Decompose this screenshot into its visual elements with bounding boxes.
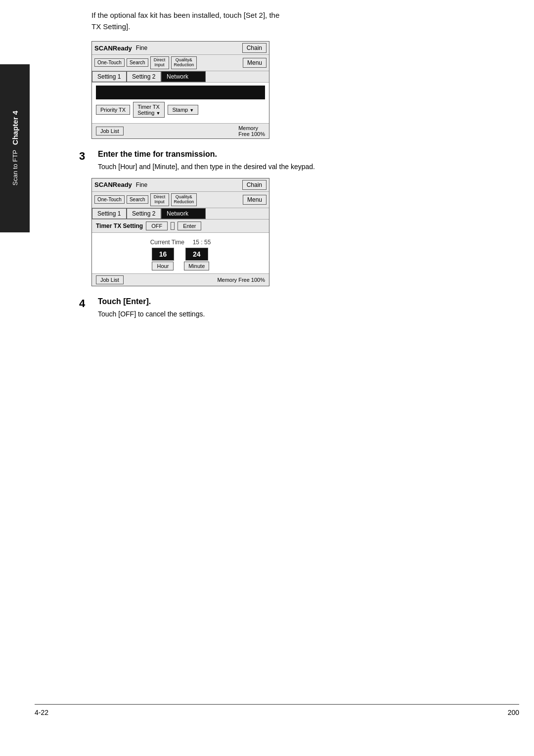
page-right: 200 <box>508 709 519 716</box>
screen1-buttons-row: Priority TX Timer TXSetting ▼ Stamp ▼ <box>96 102 265 118</box>
scan-ready-label2: SCANReady <box>94 181 132 188</box>
timer-tx-setting-button[interactable]: Timer TXSetting ▼ <box>133 102 165 118</box>
minute-value[interactable]: 24 <box>185 248 208 261</box>
quality-reduction-button[interactable]: Quality&Reduction <box>171 56 197 69</box>
memory-free-label: Memory Free 100% <box>238 125 265 137</box>
minute-group: 24 Minute <box>184 248 209 270</box>
step3-title: Enter the time for transmission. <box>98 150 315 159</box>
fine-label2: Fine <box>136 181 147 188</box>
page-footer: 4-22 200 <box>35 704 519 716</box>
step4-number: 4 <box>79 297 91 310</box>
tab-setting2-2[interactable]: Setting 2 <box>127 208 161 219</box>
screen2-tabs: Setting 1 Setting 2 Network <box>92 208 269 220</box>
step4-title: Touch [Enter]. <box>98 297 205 306</box>
step4-content: Touch [Enter]. Touch [OFF] to cancel the… <box>98 297 205 325</box>
chain-button2[interactable]: Chain <box>242 180 267 190</box>
hour-label[interactable]: Hour <box>152 262 174 270</box>
screen1-container: SCANReady Fine Chain One-Touch Search Di… <box>91 41 519 139</box>
time-inputs: 16 Hour 24 Minute <box>96 248 265 270</box>
one-touch-button2[interactable]: One-Touch <box>94 195 125 204</box>
screen1-body: Priority TX Timer TXSetting ▼ Stamp ▼ <box>92 83 269 123</box>
screen1-toolbar: One-Touch Search DirectInput Quality&Red… <box>92 55 269 71</box>
step3-block: 3 Enter the time for transmission. Touch… <box>79 150 519 178</box>
screen2-footer: Job List Memory Free 100% <box>92 273 269 286</box>
one-touch-button[interactable]: One-Touch <box>94 58 125 67</box>
screen1-tabs: Setting 1 Setting 2 Network <box>92 71 269 83</box>
intro-block: If the optional fax kit has been install… <box>91 10 519 32</box>
arrow-indicator <box>171 222 175 230</box>
job-list-button2[interactable]: Job List <box>96 275 124 284</box>
step3-desc: Touch [Hour] and [Minute], and then type… <box>98 162 315 172</box>
step3-number: 3 <box>79 150 91 163</box>
menu-button[interactable]: Menu <box>243 58 267 68</box>
step4-block: 4 Touch [Enter]. Touch [OFF] to cancel t… <box>79 297 519 325</box>
screen2-container: SCANReady Fine Chain One-Touch Search Di… <box>91 178 519 286</box>
search-button[interactable]: Search <box>127 58 148 67</box>
screen2-header: SCANReady Fine Chain <box>92 178 269 192</box>
chain-button[interactable]: Chain <box>242 43 267 53</box>
tab-network-2[interactable]: Network <box>161 208 206 219</box>
sidebar: Chapter 4 Scan to FTP <box>0 64 30 232</box>
tab-setting1[interactable]: Setting 1 <box>92 71 127 82</box>
step3-content: Enter the time for transmission. Touch [… <box>98 150 315 178</box>
enter-button[interactable]: Enter <box>178 222 201 230</box>
screen1-header-left: SCANReady Fine <box>94 44 147 52</box>
screen1: SCANReady Fine Chain One-Touch Search Di… <box>91 41 269 139</box>
minute-label[interactable]: Minute <box>184 262 209 270</box>
screen2: SCANReady Fine Chain One-Touch Search Di… <box>91 178 269 286</box>
tab-setting1-2[interactable]: Setting 1 <box>92 208 127 219</box>
direct-input-button2[interactable]: DirectInput <box>150 193 169 206</box>
hour-value[interactable]: 16 <box>152 248 175 261</box>
screen2-body: Current Time 15 : 55 16 Hour 24 Minute <box>92 233 269 273</box>
screen1-header: SCANReady Fine Chain <box>92 42 269 55</box>
intro-text-1: If the optional fax kit has been install… <box>91 10 519 32</box>
scan-label: Scan to FTP <box>11 150 19 185</box>
black-bar <box>96 86 265 99</box>
fine-label: Fine <box>136 44 147 51</box>
hour-group: 16 Hour <box>152 248 175 270</box>
stamp-button[interactable]: Stamp ▼ <box>168 105 198 115</box>
screen2-toolbar: One-Touch Search DirectInput Quality&Red… <box>92 192 269 208</box>
direct-input-button[interactable]: DirectInput <box>150 56 169 69</box>
screen2-header-left: SCANReady Fine <box>94 181 147 188</box>
step4-desc: Touch [OFF] to cancel the settings. <box>98 309 205 319</box>
job-list-button[interactable]: Job List <box>96 127 124 135</box>
timer-tx-label: Timer TX Setting <box>96 222 143 229</box>
menu-button2[interactable]: Menu <box>243 195 267 205</box>
chapter-label: Chapter 4 <box>11 111 19 145</box>
current-time-row: Current Time 15 : 55 <box>96 239 265 246</box>
timer-tx-row: Timer TX Setting OFF Enter <box>92 220 269 233</box>
screen1-footer: Job List Memory Free 100% <box>92 123 269 138</box>
tab-setting2[interactable]: Setting 2 <box>127 71 161 82</box>
priority-tx-button[interactable]: Priority TX <box>96 105 130 115</box>
main-content: If the optional fax kit has been install… <box>35 0 534 335</box>
off-button[interactable]: OFF <box>146 222 168 230</box>
tab-network[interactable]: Network <box>161 71 206 82</box>
memory-free-label2: Memory Free 100% <box>217 277 265 283</box>
scan-ready-label: SCANReady <box>94 44 132 52</box>
page-number: 4-22 <box>35 709 48 716</box>
search-button2[interactable]: Search <box>127 195 148 204</box>
quality-reduction-button2[interactable]: Quality&Reduction <box>171 193 197 206</box>
